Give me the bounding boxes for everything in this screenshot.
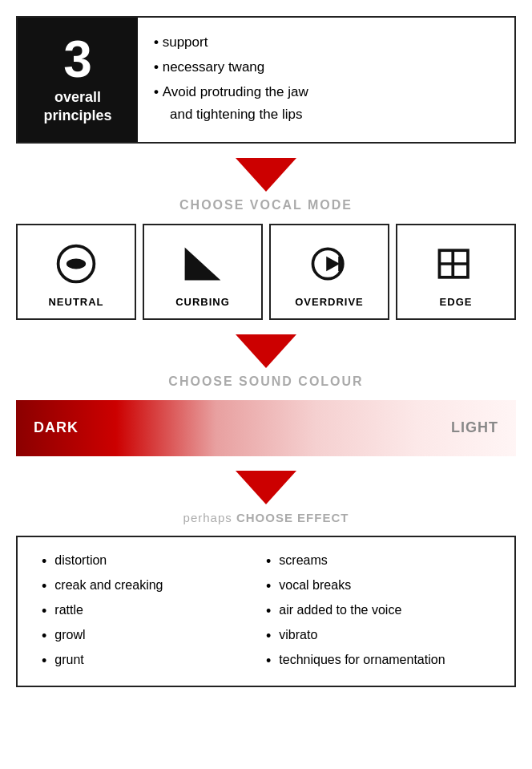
colour-bar: DARK LIGHT: [16, 400, 516, 456]
neutral-label: NEUTRAL: [48, 296, 103, 308]
principles-item-2: necessary twang: [154, 56, 308, 78]
edge-icon: [433, 240, 478, 288]
mode-curbing[interactable]: CURBING: [143, 224, 263, 320]
effects-box: distortion creak and creaking rattle gro…: [16, 536, 516, 687]
principles-item-3: Avoid protruding the jaw and tightening …: [154, 81, 308, 124]
arrow-3: [236, 471, 296, 504]
mode-neutral[interactable]: NEUTRAL: [16, 224, 136, 320]
light-label: LIGHT: [451, 419, 498, 436]
curbing-icon: [180, 240, 225, 288]
svg-marker-4: [326, 257, 340, 272]
effect-vibrato: vibrato: [266, 628, 490, 645]
overdrive-icon: [307, 240, 352, 288]
principles-label: overall principles: [43, 88, 111, 126]
dark-label: DARK: [34, 419, 79, 436]
svg-point-1: [66, 259, 86, 269]
effects-left-list: distortion creak and creaking rattle gro…: [42, 553, 266, 670]
effect-screams: screams: [266, 553, 490, 570]
principles-number: 3: [63, 34, 92, 85]
effect-creak: creak and creaking: [42, 578, 266, 595]
mode-edge[interactable]: EDGE: [396, 224, 516, 320]
arrow-2: [236, 334, 296, 368]
effect-ornamentation: techniques for ornamentation: [266, 653, 490, 670]
principles-content: support necessary twang Avoid protruding…: [138, 18, 324, 142]
effect-grunt: grunt: [42, 653, 266, 670]
curbing-label: CURBING: [175, 296, 230, 308]
mode-overdrive[interactable]: OVERDRIVE: [269, 224, 389, 320]
effect-rattle: rattle: [42, 603, 266, 620]
principles-number-block: 3 overall principles: [18, 18, 138, 142]
overdrive-label: OVERDRIVE: [295, 296, 364, 308]
principles-item-1: support: [154, 31, 308, 53]
effects-right-list: screams vocal breaks air added to the vo…: [266, 553, 490, 670]
svg-marker-2: [185, 248, 221, 281]
effect-growl: growl: [42, 628, 266, 645]
neutral-icon: [54, 240, 99, 288]
effect-vocal-breaks: vocal breaks: [266, 578, 490, 595]
vocal-mode-label: CHOOSE VOCAL MODE: [179, 198, 353, 212]
effect-distortion: distortion: [42, 553, 266, 570]
vocal-modes-container: NEUTRAL CURBING OVERDRIVE: [16, 224, 516, 320]
edge-label: EDGE: [440, 296, 473, 308]
arrow-1: [236, 158, 296, 192]
effect-air: air added to the voice: [266, 603, 490, 620]
principles-list: support necessary twang Avoid protruding…: [154, 31, 308, 128]
sound-colour-label: CHOOSE SOUND COLOUR: [168, 374, 363, 389]
effects-label: perhaps CHOOSE EFFECT: [183, 511, 349, 524]
principles-box: 3 overall principles support necessary t…: [16, 16, 516, 144]
